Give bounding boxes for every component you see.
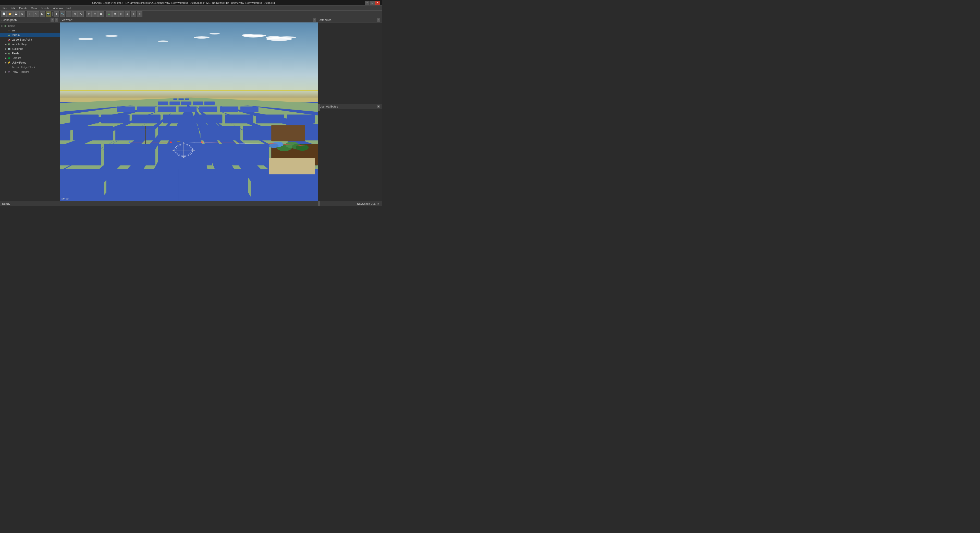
svg-rect-32 (173, 98, 177, 100)
terrain-svg (60, 97, 318, 201)
svg-rect-49 (194, 115, 222, 123)
status-right: NavSpeed 206 +/- (357, 202, 380, 205)
toolbar-undo[interactable]: ↩ (27, 11, 33, 17)
attributes-scrollbar-thumb[interactable] (318, 104, 320, 111)
expand-arrow-Buildings[interactable]: ▶ (5, 48, 7, 50)
svg-point-93 (200, 142, 203, 143)
scene-item-Utility_Poles[interactable]: ▶⚡Utility.Poles (0, 60, 60, 65)
toolbar-tool5[interactable]: ⤡ (78, 11, 84, 17)
viewport-title: Viewport (62, 18, 73, 21)
terrain-icon-terrain: ⛰ (7, 33, 11, 37)
toolbar-save-as[interactable]: 🖫 (19, 11, 25, 17)
toolbar-terrain1[interactable]: ⛰ (106, 11, 112, 17)
svg-rect-47 (132, 115, 161, 123)
svg-point-8 (158, 40, 168, 42)
toolbar-terrain3[interactable]: ⊡ (118, 11, 124, 17)
toolbar-camera[interactable]: 📷 (46, 11, 51, 17)
svg-rect-71 (271, 125, 305, 141)
scene-item-Buildings[interactable]: ▶🏢Buildings (0, 46, 60, 51)
user-attributes-content (318, 109, 382, 201)
toolbar-open[interactable]: 📂 (7, 11, 13, 17)
expand-arrow-persp[interactable]: ▶ (1, 24, 3, 27)
scene-item-sun[interactable]: ☀sun (0, 28, 60, 33)
viewport-header: Viewport × (60, 18, 318, 22)
viewport[interactable]: persp (60, 22, 318, 201)
toolbar-new[interactable]: 📄 (1, 11, 6, 17)
svg-point-9 (105, 35, 118, 37)
ground-layer (60, 97, 318, 201)
svg-rect-39 (137, 107, 156, 112)
expand-arrow-Utility_Poles[interactable]: ▶ (5, 61, 7, 64)
user-attributes-scrollbar-thumb[interactable] (318, 201, 320, 206)
right-panels: Attributes × User Attributes × (318, 18, 382, 201)
viewport-close[interactable]: × (313, 18, 316, 22)
menu-window[interactable]: Window (51, 6, 64, 11)
user-attributes-title: User Attributes (320, 105, 338, 108)
scenegraph-close2[interactable]: × (55, 18, 58, 22)
toolbar-render1[interactable]: ◻ (92, 11, 98, 17)
svg-rect-42 (199, 107, 217, 112)
expand-arrow-careerStartPoint (5, 38, 7, 41)
toolbar-tool1[interactable]: ⬆ (54, 11, 59, 17)
svg-rect-44 (117, 107, 135, 112)
svg-rect-68 (179, 169, 248, 201)
cube-icon-Fields: ▣ (7, 52, 11, 55)
scene-item-Fields[interactable]: ▶▣Fields (0, 51, 60, 56)
scenegraph-close-x[interactable]: × (51, 18, 54, 22)
scene-item-vehicleShop[interactable]: ▶▣vehicleShop (0, 42, 60, 46)
title-bar: GIANTS Editor 64bit 9.0.2 - E:/Farming.S… (0, 0, 382, 6)
scene-label-Forests: Forests (12, 56, 21, 59)
scene-item-terrain[interactable]: ⛰terrain (0, 33, 60, 37)
toolbar-save[interactable]: 💾 (13, 11, 19, 17)
menu-scripts[interactable]: Scripts (39, 6, 51, 11)
toolbar-terrain6[interactable]: ⊗ (137, 11, 142, 17)
svg-rect-52 (70, 115, 99, 123)
svg-rect-57 (200, 126, 240, 140)
expand-arrow-vehicleShop[interactable]: ▶ (5, 43, 7, 45)
svg-rect-62 (104, 144, 156, 165)
menu-file[interactable]: File (1, 6, 9, 11)
expand-arrow-terrain (5, 34, 7, 36)
scene-item-careerStartPoint[interactable]: 🚗careerStartPoint (0, 37, 60, 42)
expand-arrow-PMC_Helpers[interactable]: ▶ (5, 70, 7, 73)
svg-point-77 (269, 144, 278, 148)
toolbar-render2[interactable]: ◼ (98, 11, 104, 17)
svg-rect-96 (177, 141, 180, 142)
attributes-title: Attributes (320, 18, 331, 21)
menu-view[interactable]: View (30, 6, 39, 11)
svg-point-6 (210, 33, 220, 35)
expand-arrow-Forests[interactable]: ▶ (5, 57, 7, 59)
expand-arrow-Fields[interactable]: ▶ (5, 52, 7, 55)
scene-item-persp[interactable]: ▶▣persp (0, 24, 60, 28)
svg-rect-50 (225, 115, 253, 123)
scene-item-Terrain_Edge_Block[interactable]: ▪Terrain Edge Block (0, 65, 60, 69)
menu-create[interactable]: Create (18, 6, 29, 11)
svg-rect-35 (169, 101, 180, 105)
toolbar-tool2[interactable]: 🔧 (60, 11, 65, 17)
user-attributes-close[interactable]: × (377, 105, 380, 108)
scene-label-Utility_Poles: Utility.Poles (12, 61, 26, 64)
scene-label-PMC_Helpers: PMC_Helpers (12, 70, 29, 73)
toolbar-terrain2[interactable]: 🗺 (112, 11, 118, 17)
toolbar-tool4[interactable]: ⟲ (72, 11, 78, 17)
menu-help[interactable]: Help (65, 6, 74, 11)
toolbar-move[interactable]: ✥ (86, 11, 92, 17)
toolbar-redo[interactable]: ↪ (33, 11, 39, 17)
svg-rect-40 (158, 107, 176, 112)
svg-rect-33 (185, 98, 189, 100)
minimize-button[interactable]: − (365, 1, 369, 5)
menu-edit[interactable]: Edit (9, 6, 17, 11)
scene-item-Forests[interactable]: ▶🌲Forests (0, 56, 60, 60)
user-attributes-header: User Attributes × (318, 104, 382, 109)
toolbar-tool3[interactable]: ↔ (66, 11, 72, 17)
svg-rect-54 (73, 126, 113, 140)
attributes-content (318, 22, 382, 104)
toolbar-terrain4[interactable]: ◈ (124, 11, 130, 17)
toolbar-terrain5[interactable]: ⊕ (130, 11, 136, 17)
attributes-close[interactable]: × (377, 18, 380, 22)
scene-item-PMC_Helpers[interactable]: ▶⚙PMC_Helpers (0, 69, 60, 74)
tree-icon-Forests: 🌲 (7, 56, 11, 60)
toolbar-run[interactable]: ▶ (40, 11, 45, 17)
maximize-button[interactable]: □ (370, 1, 375, 5)
close-button[interactable]: ✕ (375, 1, 380, 5)
